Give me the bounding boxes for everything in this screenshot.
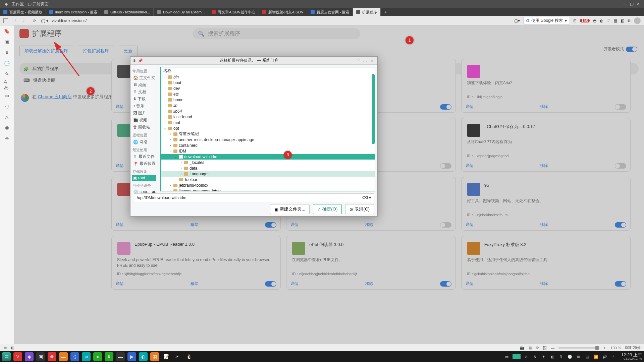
- taskbar-app-icon[interactable]: ▬: [116, 352, 125, 361]
- panel-icon[interactable]: ▣: [4, 39, 10, 45]
- pin-icon[interactable]: 📌: [138, 58, 143, 63]
- dialog-maximize[interactable]: ︿: [362, 58, 369, 63]
- expand-icon[interactable]: ›: [163, 121, 167, 124]
- nav-reload[interactable]: ⟳: [32, 18, 38, 23]
- tree-node[interactable]: ⌄opt: [161, 125, 375, 131]
- tray-icon[interactable]: ▤: [584, 355, 590, 359]
- url-field[interactable]: vivaldi://extensions/: [52, 18, 511, 23]
- place-item[interactable]: ♪ 音乐: [132, 103, 156, 110]
- ok-button[interactable]: ✓ 确定(O): [313, 204, 342, 214]
- profile-avatar[interactable]: [634, 17, 641, 24]
- toolbar-icon[interactable]: ▦: [613, 18, 617, 23]
- place-root[interactable]: ▣ root: [132, 175, 156, 181]
- tray-icon[interactable]: ⊞: [576, 355, 582, 359]
- tree-node[interactable]: ›dev: [161, 85, 375, 91]
- tree-node[interactable]: ›_locales: [161, 160, 375, 165]
- taskbar-app-icon[interactable]: V: [13, 352, 22, 361]
- expand-icon[interactable]: ›: [163, 86, 167, 90]
- toolbar-icon[interactable]: ⧉: [628, 18, 631, 23]
- nav-back[interactable]: 〈: [11, 18, 18, 23]
- tray-expand-icon[interactable]: ＾: [610, 354, 616, 359]
- place-item[interactable]: 🖼 图片: [132, 110, 156, 117]
- browser-tab[interactable]: 新增粉丝-消息-CSDN: [259, 8, 307, 16]
- expand-icon[interactable]: ›: [163, 81, 167, 84]
- expand-icon[interactable]: ›: [169, 132, 172, 136]
- expand-icon[interactable]: ›: [169, 143, 172, 147]
- expand-icon[interactable]: ›: [169, 138, 172, 141]
- panel-icon[interactable]: ◌: [4, 103, 10, 109]
- place-item[interactable]: 🗑 回收站: [132, 124, 156, 131]
- browser-tab[interactable]: Download By an Extern...: [154, 8, 208, 16]
- bookmark-icon[interactable]: ▢▾: [514, 18, 520, 23]
- tree-node[interactable]: ›lib: [161, 103, 375, 108]
- tree-node[interactable]: ›jetbrains-toolbox: [161, 182, 375, 188]
- tray-icon[interactable]: ◧: [549, 355, 555, 359]
- toolbar-icon[interactable]: ◐: [600, 18, 603, 23]
- nav-forward[interactable]: 〉: [21, 18, 28, 23]
- place-recent-files[interactable]: 🗎 最近文件: [132, 153, 156, 160]
- panel-toggle-icon[interactable]: [3, 18, 8, 23]
- taskbar-app-icon[interactable]: ◆: [25, 352, 34, 361]
- place-network[interactable]: 🌐 网络: [132, 138, 156, 145]
- expand-icon[interactable]: ›: [163, 98, 167, 102]
- browser-tab[interactable]: GitHub - tazihad/idm-li...: [101, 8, 154, 16]
- tree-node[interactable]: ›lib64: [161, 108, 375, 114]
- tree-node[interactable]: ›Toolbar: [161, 177, 375, 182]
- place-item[interactable]: 🖥 桌面: [132, 81, 156, 88]
- path-input[interactable]: /opt/IDM/download with idm ⌫ ▾: [134, 193, 374, 202]
- taskbar-app-icon[interactable]: ∞: [82, 352, 91, 361]
- tree-node[interactable]: ›boot: [161, 80, 375, 85]
- status-icon[interactable]: 🖼: [543, 346, 547, 350]
- bookmarks-icon[interactable]: 🔖: [4, 28, 10, 34]
- column-header-name[interactable]: 名称: [161, 67, 375, 74]
- expand-icon[interactable]: ›: [179, 161, 183, 164]
- expand-icon[interactable]: ›: [179, 166, 183, 170]
- window-maximize[interactable]: ▢: [629, 2, 635, 6]
- status-icon[interactable]: ▭: [3, 346, 7, 350]
- expand-icon[interactable]: ›: [174, 178, 177, 181]
- downloads-icon[interactable]: ⬇: [4, 50, 10, 56]
- tray-icon[interactable]: ▭: [504, 355, 510, 359]
- taskbar-app-icon[interactable]: ⟨⟩: [70, 352, 79, 361]
- tree-node[interactable]: ›有道云笔记: [161, 131, 375, 137]
- taskbar-app-icon[interactable]: ●: [93, 352, 102, 361]
- tray-icon[interactable]: ⊛: [523, 355, 529, 359]
- toolbar-icon[interactable]: ◓: [593, 18, 596, 23]
- taskbar-app-icon[interactable]: ▦: [150, 352, 159, 361]
- history-icon[interactable]: 🕑: [4, 60, 10, 66]
- place-item[interactable]: 🎬 视频: [132, 117, 156, 124]
- add-panel-icon[interactable]: ⊕: [4, 135, 10, 141]
- tree-node[interactable]: ›linuxqq-appimage-latest: [161, 188, 375, 191]
- place-removable[interactable]: 💿 cour... ⏏: [132, 189, 156, 193]
- expand-icon[interactable]: ⌄: [169, 149, 172, 153]
- tree-node[interactable]: ›data: [161, 165, 375, 171]
- search-engine-field[interactable]: G 使用 Google 搜索 ▾: [523, 17, 570, 24]
- window-close[interactable]: ✕: [635, 2, 641, 6]
- status-icon[interactable]: 📷: [520, 346, 525, 350]
- taskbar-app-icon[interactable]: ◐: [139, 352, 148, 361]
- expand-icon[interactable]: ›: [163, 115, 167, 119]
- toolbar-icon[interactable]: ♡: [606, 18, 610, 23]
- toolbar-icon[interactable]: ◧: [621, 18, 624, 23]
- app-menu-icon[interactable]: ◆: [5, 2, 8, 6]
- place-item[interactable]: 🏠 主文件夹: [132, 74, 156, 81]
- expand-icon[interactable]: ›: [163, 92, 167, 96]
- new-folder-button[interactable]: ▣ 新建文件夹...: [270, 204, 310, 214]
- tray-icon[interactable]: 🗓: [558, 355, 564, 359]
- expand-icon[interactable]: ›: [163, 104, 167, 107]
- start-icon[interactable]: ▤: [2, 352, 11, 361]
- status-icon[interactable]: ⟳: [536, 346, 539, 350]
- place-item[interactable]: ⬇ 下载: [132, 96, 156, 103]
- expand-icon[interactable]: ⌄: [174, 155, 177, 159]
- browser-tab[interactable]: 写文章-CSDN创作中心: [208, 8, 259, 16]
- zoom-slider[interactable]: [558, 347, 599, 349]
- tree-node[interactable]: ›lost+found: [161, 114, 375, 120]
- vivaldi-icon[interactable]: ◉: [4, 125, 10, 131]
- zoom-in[interactable]: ＋: [603, 345, 606, 350]
- browser-tab[interactable]: 百度网盘 - 视频播放: [0, 8, 46, 16]
- wifi-icon[interactable]: 📶: [593, 355, 599, 359]
- taskbar-app-icon[interactable]: ▣: [36, 352, 45, 361]
- badge-icon[interactable]: 1.50: [580, 19, 590, 22]
- taskbar-app-icon[interactable]: ▶: [127, 352, 136, 361]
- expand-icon[interactable]: ›: [163, 109, 167, 113]
